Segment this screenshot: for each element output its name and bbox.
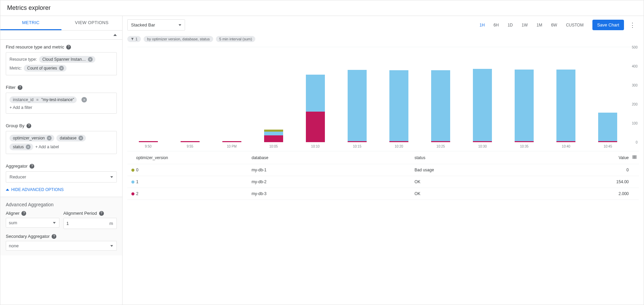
help-icon[interactable]: ? [26, 123, 31, 128]
tab-metric[interactable]: METRIC [0, 16, 61, 30]
alignment-period-input[interactable]: m [63, 218, 117, 229]
config-sidebar: METRIC VIEW OPTIONS Find resource type a… [0, 16, 123, 305]
range-1m[interactable]: 1M [533, 20, 546, 30]
legend-row[interactable]: 0my-db-1Bad usage0 [127, 164, 639, 176]
legend-row[interactable]: 1my-db-2OK154.00 [127, 176, 639, 188]
legend-cell: my-db-2 [252, 179, 415, 184]
bar-segment [306, 112, 325, 142]
help-icon[interactable]: ? [66, 45, 71, 50]
filter-funnel-icon [131, 37, 134, 41]
bar-segment [431, 70, 450, 141]
add-filter-link[interactable]: + Add a filter [10, 105, 32, 110]
groupby-chip[interactable]: optimizer_version× [10, 135, 54, 141]
y-tick: 500 [632, 45, 638, 49]
x-tick: 10:05 [269, 145, 278, 148]
bar-segment [598, 113, 617, 141]
chart-panel: Stacked Bar 1H6H1D1W1M6WCUSTOMSave Chart… [123, 16, 644, 305]
legend-cell: 0 [136, 168, 252, 172]
advanced-title: Advanced Aggregation [6, 202, 117, 207]
legend-header-database[interactable]: database [252, 155, 415, 160]
legend-cell: 1 [136, 179, 252, 184]
y-tick: 200 [632, 102, 638, 106]
close-icon[interactable]: × [81, 97, 87, 102]
x-tick: 10:45 [604, 145, 612, 148]
bar-group [264, 130, 283, 142]
aggregator-label: Aggregator [6, 164, 27, 169]
save-chart-button[interactable]: Save Chart [592, 20, 624, 30]
aggregator-select[interactable]: Reducer [6, 171, 117, 183]
resource-type-chip[interactable]: Cloud Spanner Instan… × [39, 56, 95, 63]
groupby-label: Group By [6, 123, 24, 128]
legend-swatch-icon [131, 169, 134, 172]
period-unit: m [106, 221, 116, 226]
chevron-up-icon [6, 189, 9, 191]
tab-view-options[interactable]: VIEW OPTIONS [61, 16, 123, 30]
bar-group [556, 70, 575, 142]
metric-chip[interactable]: Count of queries × [24, 65, 67, 72]
series-count-pill: 1 [127, 36, 141, 42]
range-custom[interactable]: CUSTOM [563, 20, 587, 30]
legend-header-optimizer[interactable]: optimizer_version [136, 155, 252, 160]
legend-row[interactable]: 2my-db-3OK2.000 [127, 188, 639, 200]
legend-table: optimizer_version database status Value … [127, 151, 639, 200]
chart-type-select[interactable]: Stacked Bar [127, 19, 185, 31]
range-1d[interactable]: 1D [504, 20, 516, 30]
bar-segment [348, 70, 367, 141]
alignment-period-field[interactable] [64, 218, 106, 229]
legend-cell: OK [415, 179, 602, 184]
more-options-icon[interactable]: ⋮ [626, 20, 639, 30]
legend-cell: OK [415, 191, 602, 196]
help-icon[interactable]: ? [99, 211, 104, 216]
groupby-chip[interactable]: database× [56, 135, 86, 141]
range-1h[interactable]: 1H [476, 20, 488, 30]
help-icon[interactable]: ? [30, 164, 34, 169]
close-icon[interactable]: × [78, 136, 83, 140]
groupby-chip[interactable]: status× [10, 144, 33, 150]
stacked-bar-chart[interactable]: 0100200300400500 9:509:5510 PM10:0510:10… [127, 47, 639, 149]
range-6h[interactable]: 6H [490, 20, 502, 30]
y-tick: 0 [636, 140, 638, 144]
filter-chip[interactable]: instance_id = "my-test-instance" [10, 96, 77, 103]
legend-cell: 2 [136, 191, 252, 196]
legend-header-status[interactable]: status [415, 155, 602, 160]
collapse-panel-icon[interactable] [113, 34, 117, 36]
metric-label: Metric: [10, 66, 22, 71]
x-tick: 10:30 [478, 145, 487, 148]
x-tick: 10:20 [395, 145, 403, 148]
secondary-agg-label: Secondary Aggregator [6, 234, 50, 239]
help-icon[interactable]: ? [18, 85, 22, 90]
hide-advanced-toggle[interactable]: HIDE ADVANCED OPTIONS [0, 187, 122, 197]
add-groupby-link[interactable]: + Add a label [35, 145, 59, 149]
bar-group [515, 70, 534, 142]
page-title: Metrics explorer [0, 0, 644, 16]
x-tick: 10:25 [437, 145, 445, 148]
help-icon[interactable]: ? [52, 234, 56, 239]
help-icon[interactable]: ? [21, 211, 26, 216]
bar-segment [264, 130, 283, 132]
svg-rect-1 [634, 155, 635, 159]
legend-cell: my-db-1 [252, 168, 415, 172]
legend-swatch-icon [131, 180, 134, 184]
bar-group [598, 113, 617, 142]
legend-header-value[interactable]: Value [602, 155, 629, 160]
y-tick: 300 [632, 83, 638, 87]
close-icon[interactable]: × [88, 57, 93, 62]
aligner-select[interactable]: sum [6, 218, 59, 228]
bar-segment [515, 70, 534, 141]
range-6w[interactable]: 6W [548, 20, 560, 30]
bar-group [306, 75, 325, 142]
x-tick: 10:10 [311, 145, 319, 148]
columns-icon[interactable] [629, 155, 637, 160]
find-label: Find resource type and metric [6, 44, 64, 50]
legend-cell: Bad usage [415, 168, 602, 172]
close-icon[interactable]: × [59, 66, 64, 71]
legend-cell: 0 [602, 168, 629, 172]
secondary-aggregator-select[interactable]: none [6, 241, 117, 251]
close-icon[interactable]: × [47, 136, 52, 140]
close-icon[interactable]: × [26, 145, 31, 149]
bar-segment [389, 70, 408, 141]
range-1w[interactable]: 1W [518, 20, 531, 30]
bar-segment [264, 132, 283, 135]
bar-group [348, 70, 367, 142]
x-tick: 9:50 [145, 145, 151, 148]
